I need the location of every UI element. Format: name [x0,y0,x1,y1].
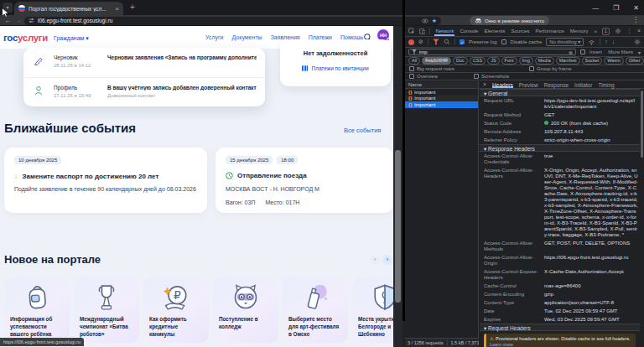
pill-wasm[interactable]: Wasm [604,57,623,65]
browser-tab[interactable]: Портал государственных усл... × [14,2,123,15]
request-row[interactable]: {}important [405,89,478,96]
page-scrollbar-thumb[interactable] [395,150,401,303]
tab-network[interactable]: Network [434,26,454,36]
browser-menu-icon[interactable]: ⋮ [632,16,639,23]
pill-socket[interactable]: Socket [582,57,603,65]
pill-all[interactable]: All [408,57,420,65]
carousel-prev-button[interactable]: ‹ [370,255,380,265]
tab-close-icon[interactable]: × [115,5,119,13]
page-action-icon[interactable] [422,18,428,23]
pill-media[interactable]: Media [535,57,554,65]
details-scrollbar[interactable] [640,89,644,347]
tab-sources[interactable]: Sources [510,26,530,36]
request-row[interactable]: {}important [405,96,478,102]
pill-font[interactable]: Font [501,57,517,65]
issues-count-badge[interactable]: 1 [602,28,610,35]
filter-funnel-icon[interactable] [433,39,439,45]
forward-button[interactable]: → [15,17,22,24]
portal-card[interactable]: Выберите место для арт-фестиваля в Омске [283,277,348,343]
response-headers-section-header[interactable]: ▾ Response Headers [480,144,640,152]
network-conditions-icon[interactable] [588,39,595,45]
notification-item[interactable]: Черновик 28.11.25 в 14:12 Черновик заявл… [23,48,265,77]
audience-dropdown[interactable]: Гражданам ▾ [54,35,89,42]
general-section-header[interactable]: ▾ General [480,89,640,96]
tab-timing[interactable]: Timing [598,82,614,88]
network-settings-gear-icon[interactable] [634,39,641,45]
name-column-header[interactable]: Name [405,81,478,89]
throttling-select[interactable]: No throttling ▾ [546,38,584,46]
overview-checkbox[interactable] [409,74,414,79]
tab-console[interactable]: Console [459,26,479,36]
pill-img[interactable]: Img [519,57,533,65]
group-by-frame-label: Group by frame [537,66,572,71]
disable-cache-checkbox[interactable] [501,39,506,44]
network-search-icon[interactable] [444,39,450,45]
details-scrollbar-thumb[interactable] [641,91,643,158]
invert-checkbox[interactable] [580,49,585,54]
group-by-frame-checkbox[interactable] [529,66,534,71]
inspect-element-icon[interactable] [408,28,415,34]
nav-item-services[interactable]: Услуги [205,34,224,40]
learn-more-link[interactable]: Learn more [490,342,513,347]
preserve-log-checkbox[interactable]: ✓ [460,39,465,44]
window-close-button[interactable]: ✕ [633,4,639,12]
tab-elements[interactable]: Elements [483,26,506,36]
portal-card[interactable]: Информация об успеваемости вашего ребёнк… [4,277,70,343]
clear-filter-icon[interactable]: ⊗ [569,49,573,55]
event-card[interactable]: 10 декабря 2025 ↓Замените паспорт по дос… [4,148,207,213]
filter-input[interactable]: imp ⊗ [408,49,576,55]
pay-by-receipt-link[interactable]: Платежи по квитанции [302,65,368,71]
tab-initiator[interactable]: Initiator [574,82,592,88]
clear-network-log-icon[interactable]: ⊘ [418,39,423,45]
portal-card[interactable]: Международный чемпионат «Битва роботов» [74,277,139,343]
pill-fetch-xhr[interactable]: Fetch/XHR [422,57,451,65]
pill-css[interactable]: CSS [470,57,486,65]
window-minimize-button[interactable]: — [592,4,599,12]
carousel-next-button[interactable]: › [382,255,392,265]
pill-doc[interactable]: Doc [453,57,468,65]
bookmark-star-icon[interactable]: ★ [432,18,437,24]
divider [454,39,455,45]
device-toolbar-icon[interactable] [419,28,426,34]
portal-card[interactable]: Поступление в колледж [213,277,278,343]
gosuslugi-logo[interactable]: госуслуги [3,33,48,43]
pill-js[interactable]: JS [487,57,499,65]
export-har-icon[interactable]: ↓ [612,39,615,45]
pill-manifest[interactable]: Manifest [556,57,580,65]
event-title: Отправление поезда [237,172,307,179]
close-details-icon[interactable]: × [483,81,486,88]
back-button[interactable]: ← [4,17,11,24]
devtools-close-icon[interactable]: × [637,28,641,34]
page-scrollbar[interactable] [393,26,402,347]
tab-performance[interactable]: Performance [534,26,564,36]
event-card[interactable]: 15 декабря 2025 18:00 Отправление поезда… [216,148,393,213]
import-har-icon[interactable]: ↑ [605,39,608,45]
requests-count: 3 / 1256 requests [408,340,444,345]
more-tabs-icon[interactable]: » [594,26,598,36]
request-row-selected[interactable]: {}important [405,101,478,108]
devtools-menu-icon[interactable]: ⋮ [626,28,632,34]
tab-headers[interactable]: Headers [492,82,513,88]
pill-other[interactable]: Other [626,57,644,65]
devtools-settings-icon[interactable] [615,28,621,34]
notification-date: 27.11.25 в 15:49 [54,93,91,98]
header-row: Access-Control-Allow-HeadersX-Origin, Or… [480,166,640,239]
nav-item-documents[interactable]: Документы [232,34,262,40]
request-headers-section-header[interactable]: ▾ Request Headers [480,324,640,331]
window-maximize-button[interactable]: ❐ [613,4,619,12]
tab-response[interactable]: Response [544,82,569,88]
tab-preview[interactable]: Preview [519,82,538,88]
all-events-link[interactable]: Все события [344,127,381,134]
big-request-rows-checkbox[interactable] [409,66,414,71]
notification-item[interactable]: Профиль 27.11.25 в 15:49 В вашу учётную … [23,77,265,106]
address-bar[interactable]: l06.epgu-front.test.gosuslugi.ru ★ [24,17,441,25]
more-filters-button[interactable]: More filters ▾ [608,49,641,55]
screenshots-checkbox[interactable] [474,74,479,79]
new-tab-button[interactable]: + [130,3,135,13]
portal-card[interactable]: ₽ Как оформить кредитные каникулы [143,277,209,343]
draft-pencil-icon [34,55,44,65]
record-network-log-icon[interactable] [408,39,414,45]
site-settings-icon[interactable] [29,18,34,23]
incognito-indicator[interactable]: Окно в режиме инкогнито [470,16,549,25]
tab-memory[interactable]: Memory [569,26,589,36]
